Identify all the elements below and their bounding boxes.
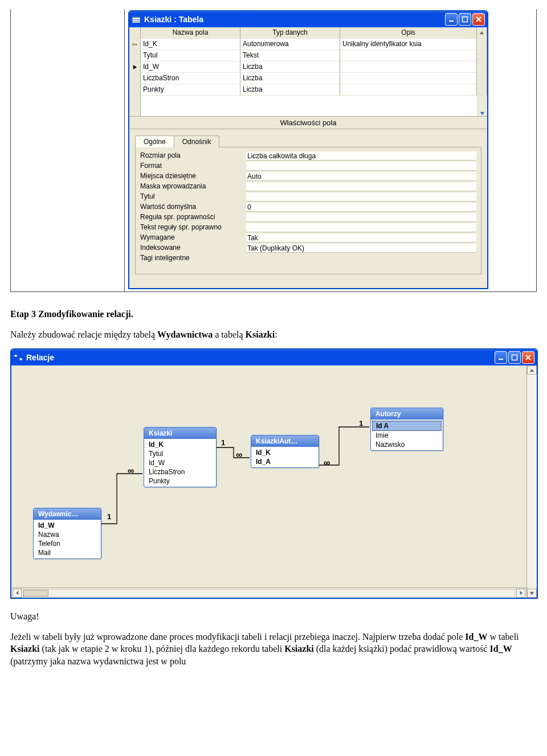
table-field[interactable]: Nazwa xyxy=(35,530,100,539)
scroll-track xyxy=(477,39,487,50)
col-header-desc[interactable]: Opis xyxy=(340,27,477,39)
table-row[interactable]: Id_W Liczba xyxy=(129,61,487,73)
field-type[interactable]: Liczba xyxy=(240,61,340,73)
table-field[interactable]: Imie xyxy=(372,431,442,440)
field-desc[interactable] xyxy=(340,61,477,73)
table-wydawnictwa[interactable]: Wydawnic… Id_W Nazwa Telefon Mail xyxy=(33,508,101,559)
table-row[interactable]: Id_K Autonumerowa Unikalny identyfikator… xyxy=(129,39,487,50)
prop-value[interactable]: Auto xyxy=(246,172,476,181)
table-autorzy[interactable]: Autorzy Id A Imie Nazwisko xyxy=(370,408,443,451)
minimize-button[interactable] xyxy=(445,13,458,26)
row-selector[interactable] xyxy=(129,73,141,84)
maximize-button[interactable] xyxy=(459,13,471,26)
table-ksiazki[interactable]: Ksiazki Id_K Tytul Id_W LiczbaStron Punk… xyxy=(144,427,217,487)
prop-row[interactable]: IndeksowaneTak (Duplikaty OK) xyxy=(140,243,476,253)
field-name[interactable]: Tytul xyxy=(141,50,240,61)
scroll-down-button[interactable] xyxy=(527,589,537,598)
prop-value[interactable]: 0 xyxy=(246,203,476,212)
minimize-button[interactable] xyxy=(495,351,507,364)
table-field[interactable]: Mail xyxy=(35,548,100,557)
table-field[interactable]: Tytul xyxy=(145,449,215,458)
prop-value[interactable]: Liczba całkowita długa xyxy=(246,151,476,161)
table-row[interactable]: Tytul Tekst xyxy=(129,50,487,61)
close-button[interactable] xyxy=(472,13,485,26)
table-title[interactable]: KsiazkiAut… xyxy=(251,435,319,447)
prop-row[interactable]: Wartość domyślna0 xyxy=(140,202,476,212)
field-desc[interactable] xyxy=(340,73,477,84)
table-row[interactable]: Punkty Liczba xyxy=(129,84,487,96)
field-name[interactable]: Id_W xyxy=(141,61,240,73)
relations-canvas[interactable]: 1 ∞ 1 ∞ ∞ 1 Wydawnic… Id_W Nazwa Telefon… xyxy=(11,365,526,587)
titlebar[interactable]: Relacje xyxy=(11,350,537,365)
prop-value[interactable] xyxy=(246,192,476,202)
prop-value[interactable]: Tak (Duplikaty OK) xyxy=(246,244,476,253)
table-title[interactable]: Autorzy xyxy=(371,408,443,420)
field-desc[interactable] xyxy=(340,50,477,61)
field-type[interactable]: Liczba xyxy=(240,73,340,84)
titlebar[interactable]: Ksiazki : Tabela xyxy=(129,11,487,27)
table-field[interactable]: Telefon xyxy=(35,539,100,548)
prop-value[interactable] xyxy=(246,162,476,171)
scroll-track xyxy=(477,84,487,96)
prop-row[interactable]: Rozmiar polaLiczba całkowita długa xyxy=(140,151,476,161)
prop-value[interactable] xyxy=(246,182,476,191)
scroll-track[interactable] xyxy=(23,589,515,597)
vertical-scrollbar[interactable] xyxy=(526,365,537,598)
prop-value[interactable] xyxy=(246,213,476,222)
prop-row[interactable]: Tekst reguły spr. poprawno xyxy=(140,223,476,233)
table-field[interactable]: Id_W xyxy=(35,521,100,530)
maximize-button[interactable] xyxy=(508,351,521,364)
field-type[interactable]: Autonumerowa xyxy=(240,39,340,50)
text: (dla każdej książki) podać prawidłową wa… xyxy=(314,644,490,654)
prop-row[interactable]: Reguła spr. poprawności xyxy=(140,212,476,223)
table-field[interactable]: Id_K xyxy=(145,440,215,449)
prop-row[interactable]: Tagi inteligentne xyxy=(140,253,476,264)
table-field[interactable]: Nazwisko xyxy=(372,440,442,449)
row-selector[interactable] xyxy=(129,84,141,96)
field-name[interactable]: Id_K xyxy=(141,39,240,50)
table-row[interactable]: LiczbaStron Liczba xyxy=(129,73,487,84)
table-icon xyxy=(132,15,141,24)
field-name[interactable]: LiczbaStron xyxy=(141,73,240,84)
table-field[interactable]: Id_W xyxy=(145,458,215,467)
field-type[interactable]: Liczba xyxy=(240,84,340,96)
row-selector[interactable] xyxy=(129,50,141,61)
scroll-up-button[interactable] xyxy=(477,27,487,39)
horizontal-scrollbar[interactable] xyxy=(11,587,526,598)
scroll-down-button[interactable] xyxy=(477,96,487,116)
table-field-selected[interactable]: Id A xyxy=(372,421,442,431)
table-field[interactable]: Id_A xyxy=(252,457,317,466)
scroll-left-button[interactable] xyxy=(13,589,22,598)
document-body-2: Uwaga! Jeżeli w tabeli były już wprowadz… xyxy=(10,610,537,667)
col-header-name[interactable]: Nazwa pola xyxy=(141,27,240,39)
scroll-track xyxy=(477,50,487,61)
prop-row[interactable]: Tytuł xyxy=(140,192,476,202)
table-ksiazkiautorzy[interactable]: KsiazkiAut… Id_K Id_A xyxy=(251,435,319,468)
prop-value[interactable] xyxy=(246,254,476,263)
table-field[interactable]: Id_K xyxy=(252,448,317,457)
col-header-type[interactable]: Typ danych xyxy=(240,27,340,39)
scroll-track[interactable] xyxy=(527,375,537,589)
prop-row[interactable]: Format xyxy=(140,161,476,171)
field-desc[interactable] xyxy=(340,84,477,96)
prop-value[interactable]: Tak xyxy=(246,233,476,243)
field-type[interactable]: Tekst xyxy=(240,50,340,61)
scroll-thumb[interactable] xyxy=(23,590,48,597)
window-buttons xyxy=(445,13,485,26)
tab-lookup[interactable]: Odnośnik xyxy=(174,135,220,147)
field-desc[interactable]: Unikalny identyfikator ksia xyxy=(340,39,477,50)
scroll-right-button[interactable] xyxy=(516,589,525,598)
svg-rect-12 xyxy=(512,355,517,360)
prop-row[interactable]: Miejsca dziesiętneAuto xyxy=(140,171,476,182)
table-field[interactable]: Punkty xyxy=(145,476,215,486)
field-name[interactable]: Punkty xyxy=(141,84,240,96)
prop-value[interactable] xyxy=(246,223,476,232)
prop-row[interactable]: WymaganeTak xyxy=(140,233,476,243)
scroll-up-button[interactable] xyxy=(527,365,537,375)
prop-row[interactable]: Maska wprowadzania xyxy=(140,182,476,192)
close-button[interactable] xyxy=(522,351,534,364)
table-field[interactable]: LiczbaStron xyxy=(145,467,215,476)
table-title[interactable]: Ksiazki xyxy=(144,428,216,439)
table-title[interactable]: Wydawnic… xyxy=(34,508,101,520)
tab-general[interactable]: Ogólne xyxy=(135,135,174,147)
